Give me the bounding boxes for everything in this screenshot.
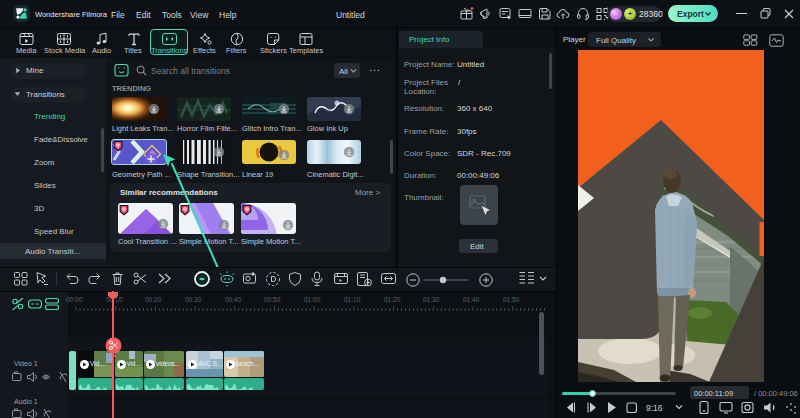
svg-text:9:16: 9:16: [646, 403, 663, 413]
